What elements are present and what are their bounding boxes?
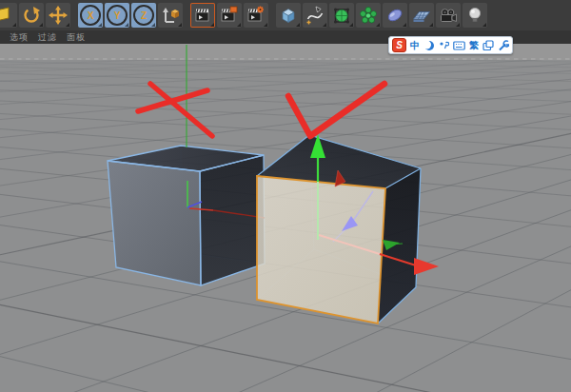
- axis-lock-group: X Y Z: [77, 3, 184, 28]
- menu-panel[interactable]: 面板: [67, 31, 86, 44]
- sogou-logo-icon[interactable]: S: [392, 38, 406, 52]
- modifiers-button[interactable]: [356, 3, 381, 28]
- render-view-button[interactable]: [190, 3, 215, 28]
- coordinate-system-icon: [161, 6, 180, 25]
- cinema4d-window: X Y Z: [0, 0, 571, 392]
- deformer-icon: [385, 6, 404, 25]
- rotate-tool-button[interactable]: [19, 3, 44, 28]
- left-cube-right-face[interactable]: [200, 155, 265, 285]
- x-axis-lock-icon: X: [80, 5, 101, 26]
- render-buttons-group: [189, 3, 269, 28]
- traditional-chinese-icon[interactable]: 繁: [469, 39, 479, 52]
- spline-pen-icon: [305, 6, 325, 25]
- coordinate-system-button[interactable]: [158, 3, 183, 28]
- camera-button[interactable]: [436, 3, 461, 28]
- z-axis-lock-button[interactable]: Z: [131, 3, 156, 28]
- viewport[interactable]: [0, 44, 571, 392]
- subdivision-surface-button[interactable]: [329, 3, 354, 28]
- chinese-mode-icon[interactable]: 中: [410, 39, 420, 52]
- scale-icon: [0, 6, 17, 25]
- floor-icon: [412, 6, 431, 25]
- modifiers-icon: [359, 6, 378, 25]
- light-button[interactable]: [463, 3, 487, 28]
- y-axis-label: Y: [114, 10, 121, 21]
- x-axis-lock-button[interactable]: X: [78, 3, 103, 28]
- ime-toolbar[interactable]: S 中 繁: [388, 36, 513, 54]
- render-view-icon: [193, 6, 212, 25]
- scale-tool-button[interactable]: [0, 3, 17, 28]
- settings-wrench-icon[interactable]: [498, 40, 509, 51]
- edit-render-settings-icon: [246, 6, 266, 25]
- punctuation-icon[interactable]: [439, 40, 449, 51]
- deformer-button[interactable]: [383, 3, 407, 28]
- move-tool-button[interactable]: [46, 3, 70, 28]
- main-toolbar: X Y Z: [0, 0, 571, 32]
- viewport-canvas[interactable]: [0, 44, 571, 392]
- toolbox-icon[interactable]: [482, 40, 494, 51]
- render-to-picture-viewer-button[interactable]: [217, 3, 242, 28]
- edit-render-settings-button[interactable]: [244, 3, 268, 28]
- floor-environment-button[interactable]: [409, 3, 434, 28]
- add-cube-primitive-button[interactable]: [276, 3, 301, 28]
- half-moon-icon[interactable]: [423, 40, 435, 51]
- left-cube-front-face[interactable]: [108, 161, 201, 285]
- camera-icon: [439, 6, 458, 25]
- menu-options[interactable]: 选项: [10, 31, 29, 44]
- rotate-icon: [22, 6, 41, 25]
- soft-keyboard-icon[interactable]: [453, 40, 465, 51]
- transform-tools-group: [0, 3, 71, 28]
- subdivision-surface-icon: [332, 6, 351, 25]
- spline-pen-button[interactable]: [303, 3, 327, 28]
- z-axis-lock-icon: Z: [133, 5, 154, 26]
- render-to-picture-viewer-icon: [220, 6, 239, 25]
- y-axis-lock-icon: Y: [107, 5, 128, 26]
- object-buttons-group: [275, 3, 488, 28]
- light-icon: [465, 6, 484, 25]
- z-axis-label: Z: [141, 10, 147, 21]
- menu-filter[interactable]: 过滤: [38, 31, 57, 44]
- x-axis-label: X: [88, 10, 94, 21]
- cube-icon: [279, 6, 298, 25]
- move-icon: [49, 6, 68, 25]
- y-axis-lock-button[interactable]: Y: [105, 3, 129, 28]
